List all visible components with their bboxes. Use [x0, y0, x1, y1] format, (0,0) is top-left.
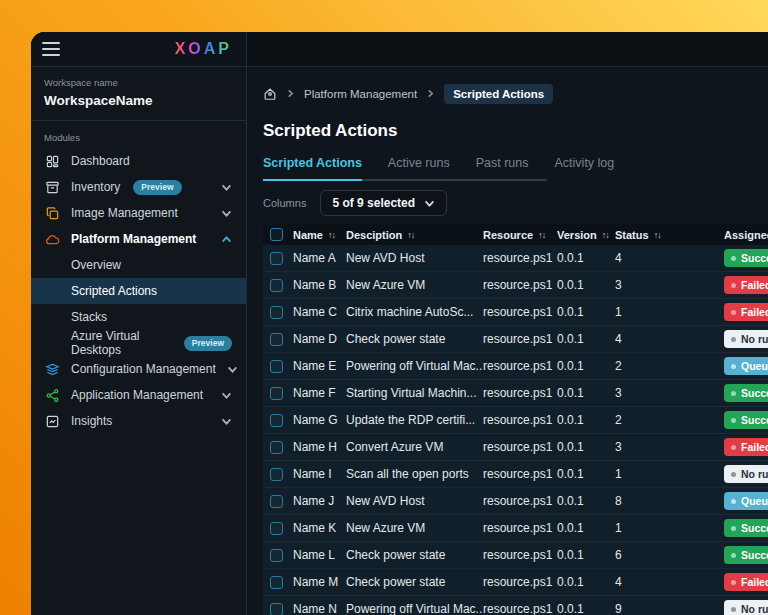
table-header-row: Name↑↓Desciption↑↓Resource↑↓Version↑↓Sta… — [263, 224, 768, 245]
sidebar-item-dashboard[interactable]: Dashboard — [31, 148, 246, 174]
status-dot-icon — [731, 310, 736, 315]
column-header-desciption[interactable]: Desciption↑↓ — [346, 229, 483, 241]
cell-status: 2 — [615, 359, 724, 373]
column-header-name[interactable]: Name↑↓ — [293, 229, 346, 241]
table-row[interactable]: Name GUpdate the RDP certifi...resource.… — [263, 407, 768, 434]
cell-name: Name A — [293, 251, 346, 265]
status-badge: Success — [724, 519, 768, 537]
sort-icon[interactable]: ↑↓ — [602, 230, 609, 240]
row-checkbox[interactable] — [270, 387, 283, 400]
table-row[interactable]: Name BNew Azure VMresource.ps10.0.13Fail… — [263, 272, 768, 299]
tab-past-runs[interactable]: Past runs — [476, 156, 529, 179]
cell-status: 6 — [615, 548, 724, 562]
workspace-section[interactable]: Workspace name WorkspaceName — [31, 67, 246, 121]
cell-name: Name G — [293, 413, 346, 427]
cell-status: 4 — [615, 332, 724, 346]
chevron-down-icon[interactable] — [227, 364, 238, 375]
tab-active-runs[interactable]: Active runs — [388, 156, 450, 179]
table-row[interactable]: Name LCheck power stateresource.ps10.0.1… — [263, 542, 768, 569]
sort-icon[interactable]: ↑↓ — [538, 230, 545, 240]
status-badge: Failed — [724, 276, 768, 294]
chevron-down-icon[interactable] — [221, 390, 232, 401]
breadcrumb-parent[interactable]: Platform Management — [304, 88, 417, 100]
chevron-down-icon[interactable] — [221, 208, 232, 219]
sidebar-item-platform-management[interactable]: Platform Management — [31, 226, 246, 252]
cell-assigned: Success — [724, 411, 768, 429]
row-checkbox[interactable] — [270, 414, 283, 427]
chevron-down-icon[interactable] — [221, 416, 232, 427]
table-row[interactable]: Name EPowering off Virtual Mac...resourc… — [263, 353, 768, 380]
row-checkbox[interactable] — [270, 441, 283, 454]
modules-nav: DashboardInventoryPreviewImage Managemen… — [31, 148, 246, 434]
row-checkbox[interactable] — [270, 306, 283, 319]
sidebar-item-label: Inventory — [71, 180, 120, 194]
row-checkbox[interactable] — [270, 333, 283, 346]
select-all-checkbox[interactable] — [270, 228, 283, 241]
row-checkbox[interactable] — [270, 495, 283, 508]
chevron-up-icon[interactable] — [221, 234, 232, 245]
table-row[interactable]: Name FStarting Virtual Machin...resource… — [263, 380, 768, 407]
sort-icon[interactable]: ↑↓ — [328, 230, 335, 240]
status-dot-icon — [731, 256, 736, 261]
table-row[interactable]: Name IScan all the open portsresource.ps… — [263, 461, 768, 488]
sidebar-item-application-management[interactable]: Application Management — [31, 382, 246, 408]
sidebar-item-insights[interactable]: Insights — [31, 408, 246, 434]
table-row[interactable]: Name MCheck power stateresource.ps10.0.1… — [263, 569, 768, 596]
cell-resource: resource.ps1 — [483, 413, 557, 427]
tab-activity-log[interactable]: Activity log — [555, 156, 615, 179]
sidebar-item-inventory[interactable]: InventoryPreview — [31, 174, 246, 200]
row-checkbox[interactable] — [270, 468, 283, 481]
status-dot-icon — [731, 607, 736, 612]
row-checkbox[interactable] — [270, 360, 283, 373]
row-checkbox[interactable] — [270, 549, 283, 562]
cell-description: New AVD Host — [346, 494, 483, 508]
sidebar-subitem-azure-virtual-desktops[interactable]: Azure Virtual DesktopsPreview — [31, 330, 246, 356]
sort-icon[interactable]: ↑↓ — [654, 230, 661, 240]
sidebar-item-label: Application Management — [71, 388, 203, 402]
row-checkbox[interactable] — [270, 252, 283, 265]
table-row[interactable]: Name ANew AVD Hostresource.ps10.0.14Succ… — [263, 245, 768, 272]
hamburger-menu-icon[interactable] — [42, 42, 60, 56]
row-checkbox[interactable] — [270, 522, 283, 535]
cell-resource: resource.ps1 — [483, 467, 557, 481]
cell-version: 0.0.1 — [557, 494, 615, 508]
status-badge: Queued — [724, 492, 768, 510]
cell-name: Name B — [293, 278, 346, 292]
tab-scripted-actions[interactable]: Scripted Actions — [263, 156, 362, 181]
columns-select[interactable]: 5 of 9 selected — [320, 190, 447, 216]
sidebar-item-configuration-management[interactable]: Configuration Management — [31, 356, 246, 382]
sidebar-subitem-scripted-actions[interactable]: Scripted Actions — [31, 278, 246, 304]
image-management-icon — [44, 205, 60, 221]
sidebar-subitem-overview[interactable]: Overview — [31, 252, 246, 278]
cell-resource: resource.ps1 — [483, 548, 557, 562]
column-header-version[interactable]: Version↑↓ — [557, 229, 615, 241]
table-row[interactable]: Name DCheck power stateresource.ps10.0.1… — [263, 326, 768, 353]
home-icon[interactable] — [263, 87, 277, 101]
cell-assigned: Queued — [724, 492, 768, 510]
column-header-resource[interactable]: Resource↑↓ — [483, 229, 557, 241]
row-checkbox[interactable] — [270, 576, 283, 589]
table-row[interactable]: Name CCitrix machine AutoSc...resource.p… — [263, 299, 768, 326]
chevron-down-icon[interactable] — [221, 182, 232, 193]
columns-select-value: 5 of 9 selected — [332, 196, 415, 210]
sidebar-item-label: Insights — [71, 414, 112, 428]
status-badge: Success — [724, 249, 768, 267]
page-title: Scripted Actions — [263, 121, 768, 141]
table-row[interactable]: Name NPowering off Virtual Mac...resourc… — [263, 596, 768, 615]
row-checkbox[interactable] — [270, 279, 283, 292]
sidebar-item-image-management[interactable]: Image Management — [31, 200, 246, 226]
column-header-status[interactable]: Status↑↓ — [615, 229, 724, 241]
table-row[interactable]: Name KNew Azure VMresource.ps10.0.11Succ… — [263, 515, 768, 542]
main-area: Platform Management Scripted Actions Scr… — [247, 32, 768, 615]
column-header-assigned-s[interactable]: Assigned S — [724, 229, 768, 241]
row-checkbox[interactable] — [270, 603, 283, 615]
table-row[interactable]: Name JNew AVD Hostresource.ps10.0.18Queu… — [263, 488, 768, 515]
cell-description: Scan all the open ports — [346, 467, 483, 481]
cell-name: Name K — [293, 521, 346, 535]
status-badge: Failed — [724, 303, 768, 321]
table-row[interactable]: Name HConvert Azure VMresource.ps10.0.13… — [263, 434, 768, 461]
sidebar-subitem-stacks[interactable]: Stacks — [31, 304, 246, 330]
cell-status: 3 — [615, 278, 724, 292]
content-area: Platform Management Scripted Actions Scr… — [247, 67, 768, 615]
sort-icon[interactable]: ↑↓ — [407, 230, 414, 240]
